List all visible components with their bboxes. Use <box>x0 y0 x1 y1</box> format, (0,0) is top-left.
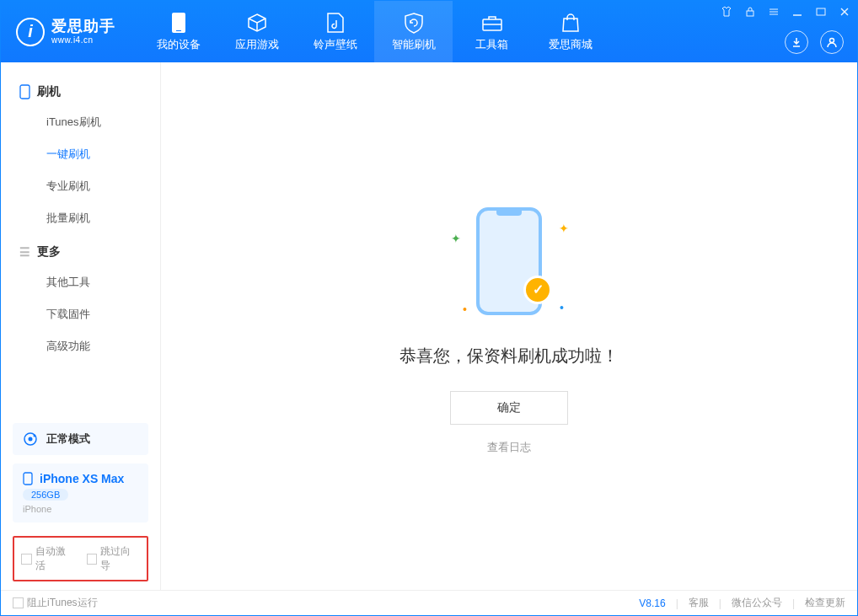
bag-icon <box>560 12 582 34</box>
checkbox-label: 自动激活 <box>35 544 75 573</box>
svg-rect-4 <box>747 11 753 16</box>
svg-rect-0 <box>172 13 185 33</box>
checkbox-box-icon <box>21 554 32 565</box>
nav-label: 爱思商城 <box>549 37 593 52</box>
toolbox-icon <box>481 12 503 34</box>
nav-label: 我的设备 <box>157 37 201 52</box>
sidebar-section-more: ☰ 更多 其他工具 下载固件 高级功能 <box>1 238 160 362</box>
download-button[interactable] <box>785 30 808 54</box>
svg-point-15 <box>29 437 33 442</box>
header-actions <box>785 30 844 54</box>
wechat-link[interactable]: 微信公众号 <box>732 596 782 610</box>
nav-apps[interactable]: 应用游戏 <box>217 1 296 62</box>
sidebar: 刷机 iTunes刷机 一键刷机 专业刷机 批量刷机 ☰ 更多 其他工具 下载固… <box>1 62 161 590</box>
view-log-link[interactable]: 查看日志 <box>487 440 531 455</box>
separator: | <box>792 597 795 609</box>
sparkle-icon: ✦ <box>559 222 569 235</box>
nav-label: 智能刷机 <box>392 37 436 52</box>
nav-toolbox[interactable]: 工具箱 <box>453 1 531 62</box>
support-link[interactable]: 客服 <box>689 596 709 610</box>
checkbox-skip-wizard[interactable]: 跳过向导 <box>87 544 141 573</box>
shirt-icon[interactable] <box>721 6 732 18</box>
footer: 阻止iTunes运行 V8.16 | 客服 | 微信公众号 | 检查更新 <box>1 590 857 615</box>
section-title: 更多 <box>37 244 61 260</box>
nav-flash[interactable]: 智能刷机 <box>374 1 453 62</box>
nav-label: 铃声壁纸 <box>314 37 357 52</box>
separator: | <box>719 597 721 609</box>
flash-options-highlight: 自动激活 跳过向导 <box>13 536 148 581</box>
nav-label: 应用游戏 <box>235 37 279 52</box>
check-update-link[interactable]: 检查更新 <box>805 596 845 610</box>
checkbox-label: 阻止iTunes运行 <box>27 596 98 610</box>
section-title: 刷机 <box>37 84 61 99</box>
sidebar-item-advanced[interactable]: 高级功能 <box>19 330 160 362</box>
device-phone-icon <box>23 472 33 485</box>
sidebar-header-flash: 刷机 <box>19 78 160 106</box>
checkbox-box-icon <box>87 554 98 565</box>
sidebar-header-more: ☰ 更多 <box>19 238 160 266</box>
sidebar-item-oneclick-flash[interactable]: 一键刷机 <box>19 138 160 170</box>
device-card[interactable]: iPhone XS Max 256GB iPhone <box>13 463 148 522</box>
cube-icon <box>246 12 268 34</box>
svg-rect-9 <box>817 8 825 15</box>
svg-rect-13 <box>20 85 29 99</box>
ok-button[interactable]: 确定 <box>450 391 568 425</box>
sidebar-item-other-tools[interactable]: 其他工具 <box>19 266 160 298</box>
success-illustration: ✦ ✦ • • ✓ <box>446 198 572 324</box>
checkbox-auto-activate[interactable]: 自动激活 <box>21 544 75 573</box>
titlebar: i 爱思助手 www.i4.cn 我的设备 应用游戏 铃声壁纸 智能刷机 <box>1 1 857 62</box>
nav-label: 工具箱 <box>475 37 508 52</box>
checkbox-label: 跳过向导 <box>100 544 140 573</box>
nav-my-device[interactable]: 我的设备 <box>139 1 217 62</box>
phone-icon <box>168 12 190 34</box>
main-nav: 我的设备 应用游戏 铃声壁纸 智能刷机 工具箱 爱思商城 <box>139 1 609 62</box>
music-file-icon <box>324 12 346 34</box>
svg-rect-17 <box>24 473 32 485</box>
sparkle-icon: ✦ <box>451 232 461 245</box>
sidebar-item-pro-flash[interactable]: 专业刷机 <box>19 170 160 202</box>
logo: i 爱思助手 www.i4.cn <box>1 18 131 46</box>
mode-icon <box>23 431 38 447</box>
sparkle-icon: • <box>463 303 467 316</box>
sidebar-item-download-firmware[interactable]: 下载固件 <box>19 298 160 330</box>
logo-icon: i <box>16 18 45 46</box>
mode-label: 正常模式 <box>46 431 90 447</box>
body: 刷机 iTunes刷机 一键刷机 专业刷机 批量刷机 ☰ 更多 其他工具 下载固… <box>1 62 857 590</box>
device-type: iPhone <box>23 504 138 514</box>
sidebar-item-itunes-flash[interactable]: iTunes刷机 <box>19 106 160 138</box>
user-button[interactable] <box>820 30 844 54</box>
app-window: i 爱思助手 www.i4.cn 我的设备 应用游戏 铃声壁纸 智能刷机 <box>0 0 858 616</box>
checkbox-box-icon <box>13 597 24 608</box>
app-name-cn: 爱思助手 <box>51 19 115 35</box>
svg-point-16 <box>34 435 36 437</box>
phone-outline-icon <box>19 84 30 99</box>
svg-point-12 <box>830 39 834 43</box>
logo-text: 爱思助手 www.i4.cn <box>51 19 115 45</box>
svg-rect-1 <box>176 30 181 31</box>
sidebar-section-flash: 刷机 iTunes刷机 一键刷机 专业刷机 批量刷机 <box>1 78 160 234</box>
shield-refresh-icon <box>403 12 425 34</box>
lock-icon[interactable] <box>744 6 756 18</box>
device-name-label: iPhone XS Max <box>40 472 124 485</box>
close-icon[interactable] <box>839 6 850 18</box>
list-icon: ☰ <box>19 245 30 259</box>
sidebar-item-batch-flash[interactable]: 批量刷机 <box>19 202 160 234</box>
nav-store[interactable]: 爱思商城 <box>531 1 609 62</box>
nav-ringtones[interactable]: 铃声壁纸 <box>296 1 374 62</box>
window-controls <box>721 6 850 18</box>
maximize-icon[interactable] <box>815 6 827 18</box>
version-label: V8.16 <box>639 597 665 609</box>
sparkle-icon: • <box>560 301 564 314</box>
minimize-icon[interactable] <box>791 6 803 18</box>
device-area: 正常模式 iPhone XS Max 256GB iPhone <box>1 415 160 531</box>
success-title: 恭喜您，保资料刷机成功啦！ <box>400 345 619 367</box>
separator: | <box>676 597 678 609</box>
app-name-en: www.i4.cn <box>51 35 115 45</box>
storage-badge: 256GB <box>23 489 68 501</box>
check-badge-icon: ✓ <box>523 276 552 304</box>
checkbox-block-itunes[interactable]: 阻止iTunes运行 <box>13 596 98 610</box>
menu-icon[interactable] <box>768 6 780 18</box>
mode-card[interactable]: 正常模式 <box>13 423 148 455</box>
main-content: ✦ ✦ • • ✓ 恭喜您，保资料刷机成功啦！ 确定 查看日志 <box>161 62 857 590</box>
